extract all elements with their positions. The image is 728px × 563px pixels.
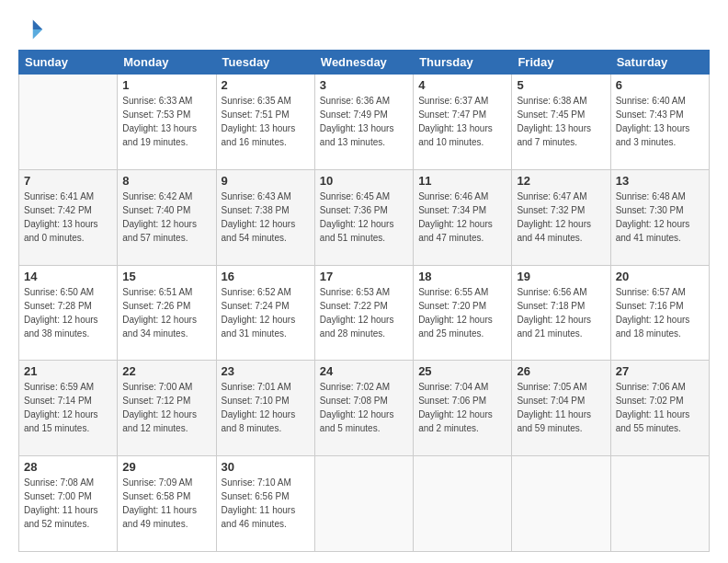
calendar-cell: 19Sunrise: 6:56 AMSunset: 7:18 PMDayligh… — [512, 265, 610, 361]
day-number: 16 — [222, 270, 310, 283]
calendar-cell: 9Sunrise: 6:43 AMSunset: 7:38 PMDaylight… — [216, 169, 314, 265]
svg-marker-0 — [33, 20, 43, 30]
weekday-header-monday: Monday — [118, 51, 216, 75]
calendar-cell: 11Sunrise: 6:46 AMSunset: 7:34 PMDayligh… — [414, 169, 512, 265]
calendar-cell: 6Sunrise: 6:40 AMSunset: 7:43 PMDaylight… — [610, 75, 709, 170]
calendar-cell: 22Sunrise: 7:00 AMSunset: 7:12 PMDayligh… — [118, 361, 216, 456]
page: SundayMondayTuesdayWednesdayThursdayFrid… — [0, 0, 728, 563]
calendar-cell: 26Sunrise: 7:05 AMSunset: 7:04 PMDayligh… — [512, 361, 610, 456]
calendar-cell: 17Sunrise: 6:53 AMSunset: 7:22 PMDayligh… — [314, 265, 413, 361]
day-number: 25 — [418, 364, 506, 378]
calendar-cell: 25Sunrise: 7:04 AMSunset: 7:06 PMDayligh… — [414, 361, 512, 456]
calendar-week-2: 7Sunrise: 6:41 AMSunset: 7:42 PMDaylight… — [19, 169, 710, 265]
day-number: 18 — [418, 270, 506, 283]
calendar-week-3: 14Sunrise: 6:50 AMSunset: 7:28 PMDayligh… — [19, 265, 710, 361]
calendar-cell: 12Sunrise: 6:47 AMSunset: 7:32 PMDayligh… — [512, 169, 610, 265]
calendar-table: SundayMondayTuesdayWednesdayThursdayFrid… — [18, 50, 710, 552]
day-number: 6 — [616, 78, 704, 92]
calendar-cell: 8Sunrise: 6:42 AMSunset: 7:40 PMDaylight… — [118, 169, 216, 265]
day-info: Sunrise: 6:59 AMSunset: 7:14 PMDaylight:… — [24, 380, 112, 435]
calendar-header-row: SundayMondayTuesdayWednesdayThursdayFrid… — [19, 51, 710, 75]
day-number: 15 — [122, 270, 210, 283]
day-number: 23 — [222, 364, 310, 378]
calendar-cell — [314, 456, 413, 552]
day-info: Sunrise: 6:40 AMSunset: 7:43 PMDaylight:… — [616, 94, 704, 149]
day-number: 21 — [24, 364, 112, 378]
day-info: Sunrise: 6:45 AMSunset: 7:36 PMDaylight:… — [320, 190, 408, 245]
calendar-cell: 15Sunrise: 6:51 AMSunset: 7:26 PMDayligh… — [118, 265, 216, 361]
calendar-cell: 2Sunrise: 6:35 AMSunset: 7:51 PMDaylight… — [216, 75, 314, 170]
calendar-cell: 29Sunrise: 7:09 AMSunset: 6:58 PMDayligh… — [118, 456, 216, 552]
day-number: 24 — [320, 364, 408, 378]
day-info: Sunrise: 6:55 AMSunset: 7:20 PMDaylight:… — [418, 285, 506, 340]
weekday-header-thursday: Thursday — [414, 51, 512, 75]
day-number: 29 — [122, 460, 210, 474]
day-number: 14 — [24, 270, 112, 283]
day-info: Sunrise: 6:33 AMSunset: 7:53 PMDaylight:… — [122, 94, 210, 149]
calendar-cell: 23Sunrise: 7:01 AMSunset: 7:10 PMDayligh… — [216, 361, 314, 456]
weekday-header-tuesday: Tuesday — [216, 51, 314, 75]
day-number: 9 — [222, 174, 310, 188]
header — [18, 17, 710, 42]
logo-icon — [18, 17, 44, 42]
day-info: Sunrise: 7:06 AMSunset: 7:02 PMDaylight:… — [616, 380, 704, 435]
calendar-cell: 27Sunrise: 7:06 AMSunset: 7:02 PMDayligh… — [610, 361, 709, 456]
day-number: 4 — [418, 78, 506, 92]
calendar-cell: 7Sunrise: 6:41 AMSunset: 7:42 PMDaylight… — [19, 169, 118, 265]
day-number: 30 — [222, 460, 310, 474]
calendar-cell: 13Sunrise: 6:48 AMSunset: 7:30 PMDayligh… — [610, 169, 709, 265]
day-number: 26 — [517, 364, 605, 378]
day-number: 22 — [122, 364, 210, 378]
day-info: Sunrise: 6:57 AMSunset: 7:16 PMDaylight:… — [616, 285, 704, 340]
calendar-cell: 4Sunrise: 6:37 AMSunset: 7:47 PMDaylight… — [414, 75, 512, 170]
day-number: 28 — [24, 460, 112, 474]
calendar-week-4: 21Sunrise: 6:59 AMSunset: 7:14 PMDayligh… — [19, 361, 710, 456]
weekday-header-wednesday: Wednesday — [314, 51, 413, 75]
day-info: Sunrise: 6:52 AMSunset: 7:24 PMDaylight:… — [222, 285, 310, 340]
calendar-cell: 18Sunrise: 6:55 AMSunset: 7:20 PMDayligh… — [414, 265, 512, 361]
calendar-cell: 1Sunrise: 6:33 AMSunset: 7:53 PMDaylight… — [118, 75, 216, 170]
day-info: Sunrise: 7:00 AMSunset: 7:12 PMDaylight:… — [122, 380, 210, 435]
day-info: Sunrise: 7:09 AMSunset: 6:58 PMDaylight:… — [122, 476, 210, 531]
svg-marker-2 — [22, 20, 33, 40]
day-info: Sunrise: 7:02 AMSunset: 7:08 PMDaylight:… — [320, 380, 408, 435]
calendar-cell — [610, 456, 709, 552]
day-number: 27 — [616, 364, 704, 378]
calendar-cell: 16Sunrise: 6:52 AMSunset: 7:24 PMDayligh… — [216, 265, 314, 361]
calendar-cell: 20Sunrise: 6:57 AMSunset: 7:16 PMDayligh… — [610, 265, 709, 361]
day-info: Sunrise: 6:50 AMSunset: 7:28 PMDaylight:… — [24, 285, 112, 340]
weekday-header-sunday: Sunday — [19, 51, 118, 75]
calendar-cell: 14Sunrise: 6:50 AMSunset: 7:28 PMDayligh… — [19, 265, 118, 361]
logo — [18, 17, 48, 42]
day-info: Sunrise: 6:41 AMSunset: 7:42 PMDaylight:… — [24, 190, 112, 245]
day-number: 5 — [517, 78, 605, 92]
calendar-cell: 5Sunrise: 6:38 AMSunset: 7:45 PMDaylight… — [512, 75, 610, 170]
day-number: 7 — [24, 174, 112, 188]
calendar-cell: 3Sunrise: 6:36 AMSunset: 7:49 PMDaylight… — [314, 75, 413, 170]
weekday-header-saturday: Saturday — [610, 51, 709, 75]
day-info: Sunrise: 6:42 AMSunset: 7:40 PMDaylight:… — [122, 190, 210, 245]
day-number: 20 — [616, 270, 704, 283]
calendar-cell: 30Sunrise: 7:10 AMSunset: 6:56 PMDayligh… — [216, 456, 314, 552]
day-info: Sunrise: 6:37 AMSunset: 7:47 PMDaylight:… — [418, 94, 506, 149]
day-info: Sunrise: 6:36 AMSunset: 7:49 PMDaylight:… — [320, 94, 408, 149]
day-info: Sunrise: 6:53 AMSunset: 7:22 PMDaylight:… — [320, 285, 408, 340]
day-info: Sunrise: 6:48 AMSunset: 7:30 PMDaylight:… — [616, 190, 704, 245]
day-info: Sunrise: 7:05 AMSunset: 7:04 PMDaylight:… — [517, 380, 605, 435]
day-info: Sunrise: 6:47 AMSunset: 7:32 PMDaylight:… — [517, 190, 605, 245]
day-number: 17 — [320, 270, 408, 283]
weekday-header-friday: Friday — [512, 51, 610, 75]
calendar-cell: 10Sunrise: 6:45 AMSunset: 7:36 PMDayligh… — [314, 169, 413, 265]
day-info: Sunrise: 7:04 AMSunset: 7:06 PMDaylight:… — [418, 380, 506, 435]
day-info: Sunrise: 7:08 AMSunset: 7:00 PMDaylight:… — [24, 476, 112, 531]
day-info: Sunrise: 6:51 AMSunset: 7:26 PMDaylight:… — [122, 285, 210, 340]
svg-marker-1 — [33, 29, 43, 40]
calendar-cell: 21Sunrise: 6:59 AMSunset: 7:14 PMDayligh… — [19, 361, 118, 456]
day-info: Sunrise: 6:46 AMSunset: 7:34 PMDaylight:… — [418, 190, 506, 245]
day-info: Sunrise: 7:10 AMSunset: 6:56 PMDaylight:… — [222, 476, 310, 531]
day-info: Sunrise: 6:56 AMSunset: 7:18 PMDaylight:… — [517, 285, 605, 340]
day-number: 1 — [122, 78, 210, 92]
day-info: Sunrise: 6:43 AMSunset: 7:38 PMDaylight:… — [222, 190, 310, 245]
calendar-cell: 24Sunrise: 7:02 AMSunset: 7:08 PMDayligh… — [314, 361, 413, 456]
day-info: Sunrise: 6:35 AMSunset: 7:51 PMDaylight:… — [222, 94, 310, 149]
